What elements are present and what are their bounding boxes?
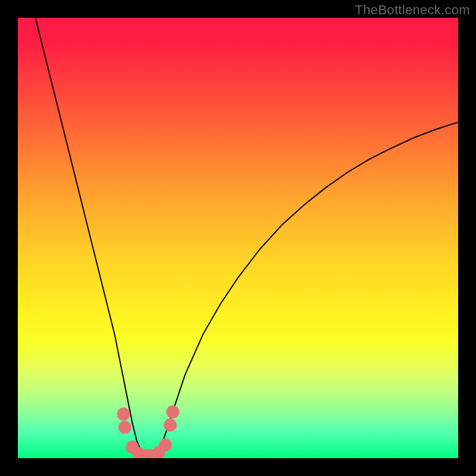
outer-frame: TheBottleneck.com: [0, 0, 476, 476]
watermark-text: TheBottleneck.com: [355, 2, 470, 18]
plot-area: [18, 18, 458, 458]
